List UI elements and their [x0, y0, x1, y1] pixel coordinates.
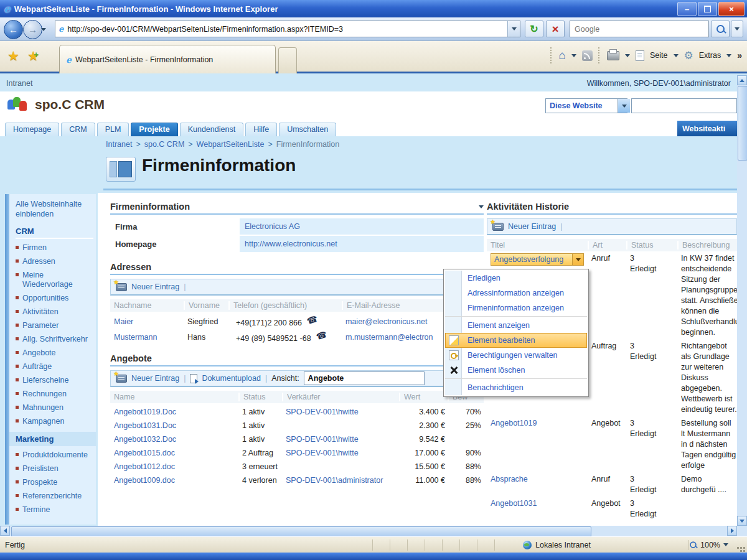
context-menu-item[interactable]: Firmeninformation anzeigen — [445, 301, 587, 317]
browser-tab[interactable]: e WebpartSeitenListe - FirmenInformation — [59, 45, 276, 73]
page-menu-label[interactable]: Seite — [650, 51, 668, 60]
page-menu-icon[interactable] — [636, 50, 644, 61]
context-menu-item[interactable]: Benachrichtigen — [445, 380, 587, 395]
restore-button[interactable] — [698, 2, 717, 16]
sidebar-item[interactable]: Aufträge — [16, 360, 93, 373]
zoom-control[interactable]: 100% — [689, 541, 728, 549]
portal-intranet-label[interactable]: Intranet — [6, 79, 32, 88]
sidebar-item[interactable]: Firmen — [16, 241, 93, 254]
addresses-new-entry-button[interactable]: Neuer Eintrag — [131, 282, 179, 291]
address-dropdown-button[interactable] — [507, 21, 520, 37]
offer-name-link[interactable]: Angebot1031.Doc — [110, 421, 238, 430]
vertical-scroll-thumb[interactable] — [738, 86, 747, 161]
activity-title-link[interactable]: Angebot1031 — [491, 499, 537, 508]
sidebar-item[interactable]: Aktivitäten — [16, 305, 93, 319]
nav-tab[interactable]: Homepage — [5, 123, 59, 136]
nav-tab[interactable]: Umschalten — [279, 123, 336, 136]
forward-button[interactable]: → — [23, 20, 42, 39]
breadcrumb-link[interactable]: WebpartSeitenListe — [197, 140, 265, 149]
info-value-link[interactable]: http://www.electronicus.net — [240, 236, 484, 252]
nav-tab[interactable]: Hilfe — [245, 123, 277, 136]
sidebar-item[interactable]: Prospekte — [16, 475, 93, 489]
rss-icon[interactable] — [582, 50, 593, 61]
context-menu-item[interactable]: Element bearbeiten — [445, 333, 587, 348]
offer-name-link[interactable]: Angebot1012.doc — [110, 462, 238, 471]
history-dropdown-icon[interactable] — [41, 28, 46, 31]
column-header[interactable]: Vorname — [184, 301, 228, 310]
scroll-left-button[interactable] — [0, 526, 10, 536]
address-bar[interactable]: e http://spo-dev-001/CRM/WebpartSeitenLi… — [55, 21, 520, 37]
column-header[interactable]: Nachname — [110, 301, 184, 310]
sidebar-header-crm[interactable]: CRM — [16, 225, 93, 239]
add-favorite-icon[interactable]: ★+ — [27, 49, 39, 63]
offer-name-link[interactable]: Angebot1019.Doc — [110, 408, 238, 416]
activity-title-dropdown[interactable]: Angebotsverfolgung — [491, 253, 584, 266]
webpart-menu-icon[interactable] — [479, 205, 484, 208]
sidebar-item[interactable]: Lieferscheine — [16, 373, 93, 387]
home-icon[interactable]: ⌂ — [559, 49, 566, 62]
sidebar-item[interactable]: Meine Wiedervorlage — [16, 268, 93, 291]
sidebar-item[interactable]: Mahnungen — [16, 401, 93, 414]
sidebar-item[interactable]: Allg. Schriftverkehr — [16, 332, 93, 346]
offer-name-link[interactable]: Angebot1015.doc — [110, 449, 238, 457]
sidebar-item[interactable]: Opportunities — [16, 291, 93, 305]
scope-dropdown-button[interactable] — [618, 99, 630, 113]
sidebar-view-all-link[interactable]: Alle Websiteinhalte einblenden — [16, 199, 93, 219]
breadcrumb-link[interactable]: Intranet — [106, 140, 132, 149]
tools-menu-label[interactable]: Extras — [699, 51, 721, 60]
page-dropdown-icon[interactable] — [674, 54, 679, 57]
view-select[interactable]: Angebote — [304, 371, 425, 385]
sidebar-header-marketing[interactable]: Marketing — [9, 432, 96, 446]
column-header[interactable]: Telefon (geschäftlich) — [228, 301, 342, 310]
scroll-right-button[interactable] — [727, 526, 737, 536]
column-header[interactable]: Titel — [487, 241, 588, 250]
horizontal-scrollbar[interactable] — [0, 526, 747, 536]
sidebar-item[interactable]: Adressen — [16, 254, 93, 268]
site-title[interactable]: spo.C CRM — [35, 97, 105, 112]
toolbar-overflow-icon[interactable]: » — [737, 50, 742, 60]
offer-seller-link[interactable]: SPO-DEV-001\administrator — [282, 476, 399, 485]
column-header[interactable]: Status — [238, 393, 282, 401]
offer-name-link[interactable]: Angebot1032.Doc — [110, 435, 238, 444]
nav-tab[interactable]: Projekte — [131, 123, 177, 136]
favorites-star-icon[interactable]: ★ — [7, 49, 19, 63]
vertical-scrollbar[interactable] — [737, 75, 747, 526]
home-dropdown-icon[interactable] — [571, 54, 576, 57]
context-menu-item[interactable]: Element löschen — [445, 363, 587, 379]
scroll-down-button[interactable] — [737, 516, 747, 526]
phone-icon[interactable]: ☎ — [302, 315, 319, 327]
web-search-input[interactable] — [573, 24, 705, 34]
sidebar-item[interactable]: Termine — [16, 503, 93, 516]
back-button[interactable]: ← — [4, 20, 23, 39]
welcome-menu[interactable]: Willkommen, SPO-DEV-001\administrator — [587, 79, 731, 88]
sidebar-item[interactable]: Rechnungen — [16, 387, 93, 401]
info-value-link[interactable]: Electronicus AG — [240, 218, 484, 235]
scroll-up-button[interactable] — [737, 75, 747, 85]
print-icon[interactable] — [607, 51, 619, 60]
new-tab-stub[interactable] — [278, 47, 297, 74]
close-button[interactable]: × — [718, 2, 745, 16]
search-options-button[interactable] — [731, 21, 743, 37]
column-header[interactable]: Wert — [399, 393, 448, 401]
column-header[interactable]: Name — [110, 393, 238, 401]
context-menu-item[interactable]: Adressinformation anzeigen — [445, 286, 587, 301]
zoom-dropdown-icon[interactable] — [723, 543, 728, 546]
nav-tab[interactable]: CRM — [61, 123, 95, 136]
activity-title-link[interactable]: Absprache — [491, 475, 528, 483]
nav-tab[interactable]: Kundendienst — [180, 123, 243, 136]
address-lastname-link[interactable]: Mustermann — [110, 333, 184, 342]
search-scope-dropdown[interactable]: Diese Website — [545, 98, 627, 113]
offer-seller-link[interactable]: SPO-DEV-001\hwitte — [282, 435, 399, 444]
sidebar-item[interactable]: Produktdokumente — [16, 448, 93, 462]
activity-title-link[interactable]: Angebot1019 — [491, 419, 537, 427]
column-header[interactable]: Art — [588, 241, 626, 250]
print-dropdown-icon[interactable] — [625, 54, 630, 57]
horizontal-scroll-thumb[interactable] — [11, 526, 591, 537]
breadcrumb-link[interactable]: spo.C CRM — [144, 140, 185, 149]
sidebar-item[interactable]: Preislisten — [16, 462, 93, 475]
address-lastname-link[interactable]: Maier — [110, 317, 184, 326]
stop-button[interactable]: × — [546, 21, 565, 37]
column-header[interactable]: Verkäufer — [282, 393, 399, 401]
document-upload-button[interactable]: Dokumentupload — [202, 374, 261, 383]
offer-name-link[interactable]: Angebot1009.doc — [110, 476, 238, 485]
